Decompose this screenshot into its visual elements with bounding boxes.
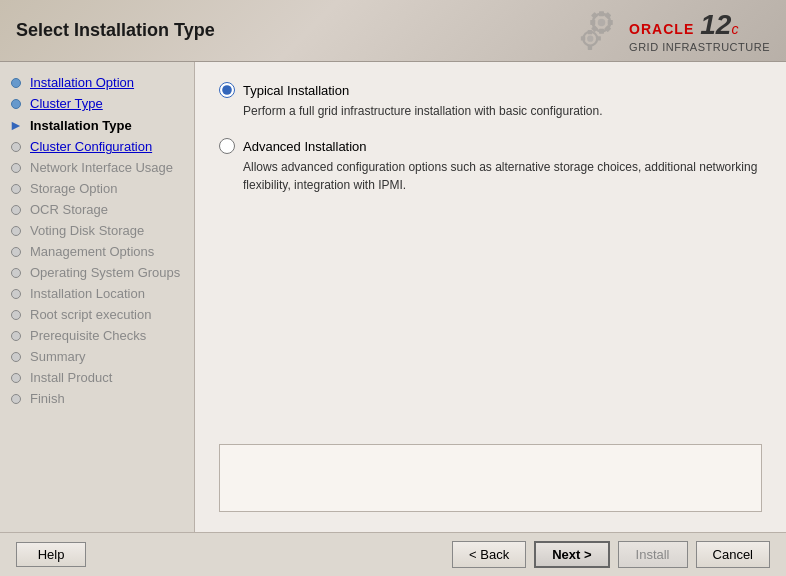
install-button: Install xyxy=(618,541,688,568)
step-indicator-voting-disk-storage xyxy=(6,226,26,236)
help-button[interactable]: Help xyxy=(16,542,86,567)
step-indicator-operating-system-groups xyxy=(6,268,26,278)
sidebar-item-installation-option[interactable]: Installation Option xyxy=(0,72,194,93)
cancel-button[interactable]: Cancel xyxy=(696,541,770,568)
radio-label-advanced[interactable]: Advanced Installation xyxy=(219,138,762,154)
version-suffix: c xyxy=(731,21,738,37)
sidebar-item-root-script-execution: Root script execution xyxy=(0,304,194,325)
sidebar-label-operating-system-groups: Operating System Groups xyxy=(30,265,180,280)
sidebar-item-cluster-type[interactable]: Cluster Type xyxy=(0,93,194,114)
sidebar-label-finish: Finish xyxy=(30,391,65,406)
svg-rect-3 xyxy=(599,29,604,34)
radio-option-advanced: Advanced InstallationAllows advanced con… xyxy=(219,138,762,194)
sidebar-label-voting-disk-storage: Voting Disk Storage xyxy=(30,223,144,238)
step-indicator-cluster-type xyxy=(6,99,26,109)
footer-right: < Back Next > Install Cancel xyxy=(452,541,770,568)
sidebar-item-network-interface-usage: Network Interface Usage xyxy=(0,157,194,178)
radio-input-typical[interactable] xyxy=(219,82,235,98)
step-indicator-installation-type: ► xyxy=(6,117,26,133)
next-button[interactable]: Next > xyxy=(534,541,609,568)
oracle-subtitle: GRID INFRASTRUCTURE xyxy=(629,41,770,53)
svg-rect-14 xyxy=(581,36,585,40)
sidebar-label-management-options: Management Options xyxy=(30,244,154,259)
sidebar-label-installation-location: Installation Location xyxy=(30,286,145,301)
svg-rect-4 xyxy=(590,20,595,25)
sidebar-item-ocr-storage: OCR Storage xyxy=(0,199,194,220)
radio-label-typical[interactable]: Typical Installation xyxy=(219,82,762,98)
sidebar-item-operating-system-groups: Operating System Groups xyxy=(0,262,194,283)
radio-title-advanced: Advanced Installation xyxy=(243,139,367,154)
sidebar-label-storage-option: Storage Option xyxy=(30,181,117,196)
radio-title-typical: Typical Installation xyxy=(243,83,349,98)
oracle-logo: ORACLE 12c GRID INFRASTRUCTURE xyxy=(569,8,770,53)
radio-option-typical: Typical InstallationPerform a full grid … xyxy=(219,82,762,120)
sidebar-label-summary: Summary xyxy=(30,349,86,364)
svg-rect-12 xyxy=(588,30,592,34)
sidebar-item-management-options: Management Options xyxy=(0,241,194,262)
svg-point-11 xyxy=(587,36,593,42)
step-indicator-management-options xyxy=(6,247,26,257)
sidebar-label-root-script-execution: Root script execution xyxy=(30,307,151,322)
svg-rect-13 xyxy=(588,46,592,50)
step-indicator-ocr-storage xyxy=(6,205,26,215)
svg-rect-6 xyxy=(591,12,598,19)
sidebar-label-installation-option: Installation Option xyxy=(30,75,134,90)
sidebar-item-installation-location: Installation Location xyxy=(0,283,194,304)
sidebar-item-voting-disk-storage: Voting Disk Storage xyxy=(0,220,194,241)
sidebar-item-finish: Finish xyxy=(0,388,194,409)
svg-rect-2 xyxy=(599,11,604,16)
sidebar: Installation OptionCluster Type►Installa… xyxy=(0,62,195,532)
sidebar-item-installation-type: ►Installation Type xyxy=(0,114,194,136)
svg-rect-15 xyxy=(597,36,601,40)
back-button[interactable]: < Back xyxy=(452,541,526,568)
oracle-brand: ORACLE 12c GRID INFRASTRUCTURE xyxy=(629,9,770,53)
sidebar-label-prerequisite-checks: Prerequisite Checks xyxy=(30,328,146,343)
radio-input-advanced[interactable] xyxy=(219,138,235,154)
step-indicator-summary xyxy=(6,352,26,362)
step-indicator-installation-location xyxy=(6,289,26,299)
gear-icon xyxy=(569,8,619,53)
header: Select Installation Type xyxy=(0,0,786,62)
radio-description-typical: Perform a full grid infrastructure insta… xyxy=(243,102,762,120)
sidebar-label-cluster-configuration: Cluster Configuration xyxy=(30,139,152,154)
sidebar-label-ocr-storage: OCR Storage xyxy=(30,202,108,217)
content-area: Typical InstallationPerform a full grid … xyxy=(195,62,786,532)
step-indicator-storage-option xyxy=(6,184,26,194)
svg-rect-5 xyxy=(608,20,613,25)
sidebar-item-storage-option: Storage Option xyxy=(0,178,194,199)
info-box xyxy=(219,444,762,512)
sidebar-label-network-interface-usage: Network Interface Usage xyxy=(30,160,173,175)
step-indicator-installation-option xyxy=(6,78,26,88)
sidebar-label-cluster-type: Cluster Type xyxy=(30,96,103,111)
sidebar-item-install-product: Install Product xyxy=(0,367,194,388)
step-indicator-network-interface-usage xyxy=(6,163,26,173)
step-indicator-finish xyxy=(6,394,26,404)
footer: Help < Back Next > Install Cancel xyxy=(0,532,786,576)
page-title: Select Installation Type xyxy=(16,20,215,41)
version-number: 12 xyxy=(700,9,731,41)
main-content: Installation OptionCluster Type►Installa… xyxy=(0,62,786,532)
sidebar-item-cluster-configuration[interactable]: Cluster Configuration xyxy=(0,136,194,157)
step-indicator-cluster-configuration xyxy=(6,142,26,152)
step-indicator-prerequisite-checks xyxy=(6,331,26,341)
radio-description-advanced: Allows advanced configuration options su… xyxy=(243,158,762,194)
sidebar-label-installation-type: Installation Type xyxy=(30,118,132,133)
step-indicator-install-product xyxy=(6,373,26,383)
sidebar-item-summary: Summary xyxy=(0,346,194,367)
footer-left: Help xyxy=(16,542,86,567)
svg-point-1 xyxy=(598,19,606,27)
installation-type-options: Typical InstallationPerform a full grid … xyxy=(219,82,762,424)
sidebar-label-install-product: Install Product xyxy=(30,370,112,385)
sidebar-nav: Installation OptionCluster Type►Installa… xyxy=(0,72,194,409)
sidebar-item-prerequisite-checks: Prerequisite Checks xyxy=(0,325,194,346)
step-indicator-root-script-execution xyxy=(6,310,26,320)
oracle-text: ORACLE xyxy=(629,21,694,37)
